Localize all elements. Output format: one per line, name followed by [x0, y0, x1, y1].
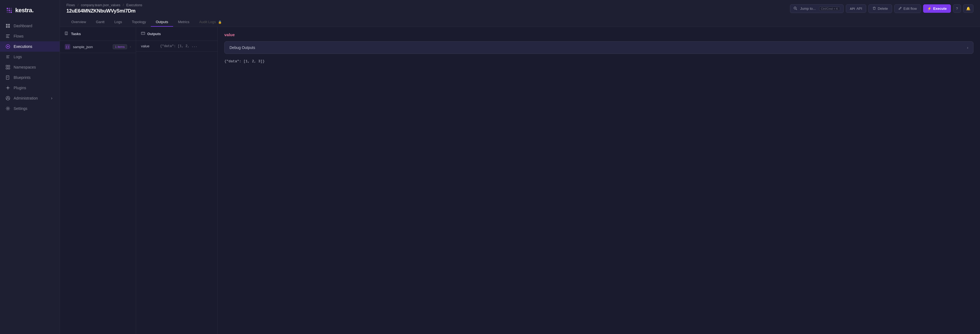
output-value: {"data": [1, 2, ...	[160, 44, 197, 48]
sidebar-item-settings[interactable]: Settings	[0, 103, 60, 114]
tab-overview-label: Overview	[71, 20, 86, 24]
tab-outputs[interactable]: Outputs	[151, 18, 173, 27]
breadcrumb-flows[interactable]: Flows	[67, 3, 75, 7]
jump-to-label: Jump to...	[800, 6, 816, 11]
breadcrumb-sep1: /	[76, 3, 79, 7]
sidebar-item-namespaces[interactable]: Namespaces	[0, 62, 60, 72]
json-task-icon: { }	[65, 44, 70, 49]
edit-icon	[898, 6, 902, 11]
svg-rect-13	[8, 26, 10, 28]
svg-rect-23	[8, 65, 10, 66]
jump-to-button[interactable]: Jump to... Ctrl/Cmd + K	[790, 4, 844, 13]
outputs-panel: Outputs value {"data": [1, 2, ...	[136, 27, 218, 334]
api-label: API	[856, 6, 862, 11]
sidebar: kestra. Dashboard Flows Executions Logs	[0, 0, 60, 334]
svg-point-3	[11, 8, 12, 9]
svg-point-29	[7, 87, 9, 89]
svg-rect-11	[8, 24, 10, 25]
bolt-icon: ⚡	[927, 6, 932, 11]
tab-logs-label: Logs	[115, 20, 122, 24]
svg-marker-18	[7, 46, 9, 47]
task-badge: 1 items	[113, 44, 127, 49]
plugins-icon	[5, 85, 10, 90]
blueprints-icon	[5, 75, 10, 80]
execute-button[interactable]: ⚡ Execute	[923, 4, 951, 13]
task-expand-arrow: ›	[130, 45, 131, 49]
api-button[interactable]: API API	[846, 4, 866, 13]
breadcrumb-executions[interactable]: Executions	[126, 3, 142, 7]
sidebar-item-logs[interactable]: Logs	[0, 52, 60, 62]
svg-point-4	[7, 10, 8, 11]
settings-icon	[5, 106, 10, 111]
svg-rect-24	[6, 68, 8, 69]
svg-rect-43	[141, 32, 145, 35]
svg-point-2	[9, 8, 10, 9]
tasks-panel-header-label: Tasks	[71, 32, 81, 36]
sidebar-item-executions[interactable]: Executions	[0, 41, 60, 52]
sidebar-item-namespaces-label: Namespaces	[14, 65, 36, 70]
trash-icon	[872, 6, 876, 11]
sidebar-item-executions-label: Executions	[14, 44, 32, 49]
tab-gantt-label: Gantt	[96, 20, 105, 24]
svg-rect-21	[6, 58, 9, 58]
table-row[interactable]: { } sample_json 1 items ›	[60, 41, 136, 53]
svg-rect-25	[8, 68, 10, 69]
administration-icon	[5, 96, 10, 101]
header-top: Flows / company.team.json_values / Execu…	[67, 3, 974, 14]
tab-overview[interactable]: Overview	[67, 18, 91, 27]
sidebar-item-plugins[interactable]: Plugins	[0, 83, 60, 93]
jump-shortcut: Ctrl/Cmd + K	[819, 6, 840, 11]
svg-point-8	[9, 12, 10, 13]
lock-icon: 🔒	[218, 21, 222, 24]
svg-rect-19	[6, 55, 10, 56]
search-icon	[794, 6, 797, 11]
sidebar-item-administration[interactable]: Administration ›	[0, 93, 60, 103]
page-title: 12uE64MNZKNbuWVySmi7Dm	[67, 8, 142, 14]
sidebar-item-plugins-label: Plugins	[14, 85, 26, 90]
tasks-panel-header: Tasks	[60, 27, 136, 41]
delete-button[interactable]: Delete	[869, 4, 892, 13]
value-content: {"data": [1, 2, 3]}	[224, 58, 974, 65]
content-area: Tasks { } sample_json 1 items › Outputs …	[60, 27, 980, 334]
api-icon: API	[850, 7, 855, 10]
svg-rect-12	[6, 26, 8, 28]
outputs-panel-header-label: Outputs	[147, 32, 161, 36]
logo-text: kestra.	[15, 7, 33, 14]
svg-point-36	[7, 108, 9, 109]
main-area: Flows / company.team.json_values / Execu…	[60, 0, 980, 334]
svg-rect-22	[6, 65, 8, 66]
output-key: value	[141, 44, 158, 48]
outputs-panel-icon	[141, 31, 145, 36]
header: Flows / company.team.json_values / Execu…	[60, 0, 980, 27]
sidebar-item-blueprints[interactable]: Blueprints	[0, 72, 60, 83]
sidebar-item-flows[interactable]: Flows	[0, 31, 60, 41]
logo-area: kestra.	[0, 4, 60, 21]
svg-point-9	[11, 12, 12, 13]
breadcrumb-namespace[interactable]: company.team.json_values	[81, 3, 120, 7]
tab-gantt[interactable]: Gantt	[91, 18, 110, 27]
svg-rect-10	[6, 24, 8, 25]
tasks-panel: Tasks { } sample_json 1 items ›	[60, 27, 136, 334]
edit-flow-button[interactable]: Edit flow	[894, 4, 921, 13]
tab-metrics-label: Metrics	[178, 20, 189, 24]
debug-outputs-label: Debug Outputs	[229, 46, 255, 50]
breadcrumb-sep2: /	[122, 3, 125, 7]
tab-audit-logs[interactable]: Audit Logs 🔒	[194, 18, 227, 27]
debug-outputs-button[interactable]: Debug Outputs ›	[224, 41, 974, 54]
tab-outputs-label: Outputs	[156, 20, 168, 24]
notification-button[interactable]: 🔔	[963, 4, 974, 13]
list-item[interactable]: value {"data": [1, 2, ...	[136, 41, 218, 52]
svg-point-1	[7, 8, 8, 9]
kestra-logo-icon	[5, 6, 13, 14]
svg-rect-14	[6, 35, 10, 35]
help-button[interactable]: ?	[953, 4, 961, 13]
tab-logs[interactable]: Logs	[110, 18, 127, 27]
sidebar-item-dashboard[interactable]: Dashboard	[0, 21, 60, 31]
tab-metrics[interactable]: Metrics	[173, 18, 194, 27]
sidebar-item-settings-label: Settings	[14, 106, 27, 111]
svg-rect-20	[6, 57, 9, 57]
svg-point-7	[7, 12, 8, 13]
svg-rect-28	[7, 78, 8, 78]
tab-topology[interactable]: Topology	[127, 18, 151, 27]
bell-icon: 🔔	[966, 6, 970, 11]
